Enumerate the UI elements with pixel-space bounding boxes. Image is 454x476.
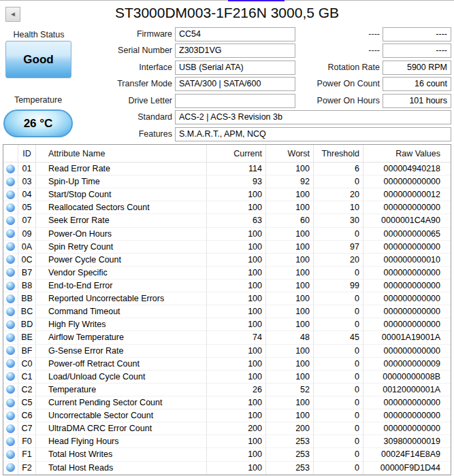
table-row[interactable]: C6 Uncorrectable Sector Count 100 100 0 …: [3, 409, 451, 422]
attribute-worst: 100: [266, 254, 314, 267]
blue-orb-icon: [6, 320, 15, 329]
table-row[interactable]: BC Command Timeout 100 100 0 00000000000…: [3, 305, 451, 318]
attribute-threshold: 0: [314, 345, 363, 358]
status-cell: [3, 331, 18, 344]
table-row[interactable]: F0 Head Flying Hours 100 253 0 309800000…: [3, 435, 451, 448]
table-row[interactable]: F1 Total Host Writes 100 253 0 00024F14E…: [3, 448, 451, 461]
attribute-id: 03: [18, 175, 36, 188]
table-row[interactable]: C0 Power-off Retract Count 100 100 0 000…: [3, 358, 451, 371]
table-row[interactable]: BE Airflow Temperature 74 48 45 00001A19…: [3, 331, 451, 344]
attribute-worst: 100: [266, 228, 314, 241]
table-row[interactable]: C2 Temperature 26 52 0 00120000001A: [3, 384, 451, 396]
attribute-current: 100: [207, 462, 266, 475]
attribute-raw-values: 000000000009: [363, 358, 451, 371]
attribute-raw-values: 000000000000: [363, 345, 451, 358]
blue-orb-icon: [6, 177, 15, 186]
table-row[interactable]: 07 Seek Error Rate 63 60 30 0000001C4A90: [3, 214, 451, 227]
attribute-raw-values: 000004940218: [363, 163, 451, 175]
attribute-current: 100: [207, 241, 266, 254]
header-raw-values: Raw Values: [363, 145, 451, 163]
window-top-edge: [0, 0, 454, 1]
attribute-name: Command Timeout: [36, 305, 207, 318]
attribute-id: C1: [18, 371, 36, 384]
table-row[interactable]: B8 End-to-End Error 100 100 99 000000000…: [3, 279, 451, 292]
attribute-worst: 100: [266, 396, 314, 409]
attribute-id: C7: [18, 422, 36, 435]
table-row[interactable]: 0A Spin Retry Count 100 100 97 000000000…: [3, 241, 451, 254]
rotation-rate-value-box[interactable]: 5900 RPM: [383, 61, 451, 75]
attribute-id: 04: [18, 188, 36, 201]
attribute-raw-values: 0000001C4A90: [363, 214, 451, 227]
attribute-current: 100: [207, 371, 266, 384]
table-row[interactable]: 09 Power-On Hours 100 100 0 000000000065: [3, 228, 451, 241]
attribute-name: G-Sense Error Rate: [36, 345, 207, 358]
attribute-raw-values: 00000000008B: [363, 371, 451, 384]
attribute-worst: 100: [266, 201, 314, 214]
smart-attribute-table: ID Attribute Name Current Worst Threshol…: [3, 144, 451, 475]
status-cell: [3, 345, 18, 358]
table-row[interactable]: C7 UltraDMA CRC Error Count 200 200 0 00…: [3, 422, 451, 435]
rotation-rate-label: Rotation Rate: [286, 61, 380, 75]
status-cell: [3, 305, 18, 318]
table-row[interactable]: B7 Vendor Specific 100 100 0 00000000000…: [3, 267, 451, 279]
attribute-current: 100: [207, 435, 266, 448]
attribute-threshold: 0: [314, 422, 363, 435]
power-on-hours-value-box[interactable]: 101 hours: [383, 94, 451, 108]
blue-orb-icon: [6, 437, 15, 446]
attribute-current: 100: [207, 267, 266, 279]
attribute-worst: 100: [266, 292, 314, 305]
unused-field-value-box-2[interactable]: ----: [383, 44, 451, 58]
table-row[interactable]: 01 Read Error Rate 114 100 6 00000494021…: [3, 163, 451, 175]
power-on-count-value-box[interactable]: 16 count: [383, 77, 451, 91]
attribute-worst: 100: [266, 345, 314, 358]
table-row[interactable]: 0C Power Cycle Count 100 100 20 00000000…: [3, 254, 451, 267]
blue-orb-icon: [6, 424, 15, 433]
window-top-accent: [228, 0, 285, 1]
attribute-worst: 100: [266, 241, 314, 254]
attribute-worst: 100: [266, 279, 314, 292]
blue-orb-icon: [6, 411, 15, 420]
header-id: ID: [18, 145, 36, 163]
disk-title: ST3000DM003-1F216N 3000,5 GB: [27, 5, 427, 21]
attribute-name: Power-On Hours: [36, 228, 207, 241]
attribute-worst: 100: [266, 409, 314, 422]
attribute-name: Reported Uncorrectable Errors: [36, 292, 207, 305]
attribute-id: 05: [18, 201, 36, 214]
blue-orb-icon: [6, 282, 15, 290]
attribute-id: 01: [18, 163, 36, 175]
status-cell: [3, 422, 18, 435]
status-cell: [3, 292, 18, 305]
attribute-current: 114: [207, 163, 266, 175]
blue-orb-icon: [6, 359, 15, 368]
table-row[interactable]: BD High Fly Writes 100 100 0 00000000000…: [3, 318, 451, 331]
attribute-raw-values: 000000000000: [363, 318, 451, 331]
status-cell: [3, 175, 18, 188]
blue-orb-icon: [6, 346, 15, 355]
table-row[interactable]: F2 Total Host Reads 100 253 0 00000F9D1D…: [3, 462, 451, 475]
blue-orb-icon: [6, 255, 15, 264]
attribute-worst: 253: [266, 462, 314, 475]
previous-disk-button[interactable]: ◄: [5, 7, 20, 22]
features-label: Features: [41, 127, 172, 141]
attribute-threshold: 0: [314, 318, 363, 331]
attribute-raw-values: 000000000000: [363, 409, 451, 422]
attribute-raw-values: 000000000012: [363, 188, 451, 201]
table-row[interactable]: BB Reported Uncorrectable Errors 100 100…: [3, 292, 451, 305]
attribute-id: C0: [18, 358, 36, 371]
status-cell: [3, 279, 18, 292]
standard-value-box[interactable]: ACS-2 | ACS-3 Revision 3b: [175, 110, 451, 124]
table-row[interactable]: C1 Load/Unload Cycle Count 100 100 0 000…: [3, 371, 451, 384]
attribute-raw-values: 000000000065: [363, 228, 451, 241]
status-cell: [3, 267, 18, 279]
power-on-count-label: Power On Count: [286, 77, 380, 91]
table-row[interactable]: 05 Reallocated Sectors Count 100 100 10 …: [3, 201, 451, 214]
unused-field-value-box-1[interactable]: ----: [383, 27, 451, 41]
table-row[interactable]: C5 Current Pending Sector Count 100 100 …: [3, 396, 451, 409]
table-row[interactable]: 04 Start/Stop Count 100 100 20 000000000…: [3, 188, 451, 201]
attribute-raw-values: 000000000000: [363, 175, 451, 188]
blue-orb-icon: [6, 242, 15, 251]
table-row[interactable]: BF G-Sense Error Rate 100 100 0 00000000…: [3, 345, 451, 358]
blue-orb-icon: [6, 333, 15, 342]
features-value-box[interactable]: S.M.A.R.T., APM, NCQ: [175, 127, 451, 141]
table-row[interactable]: 03 Spin-Up Time 93 92 0 000000000000: [3, 175, 451, 188]
